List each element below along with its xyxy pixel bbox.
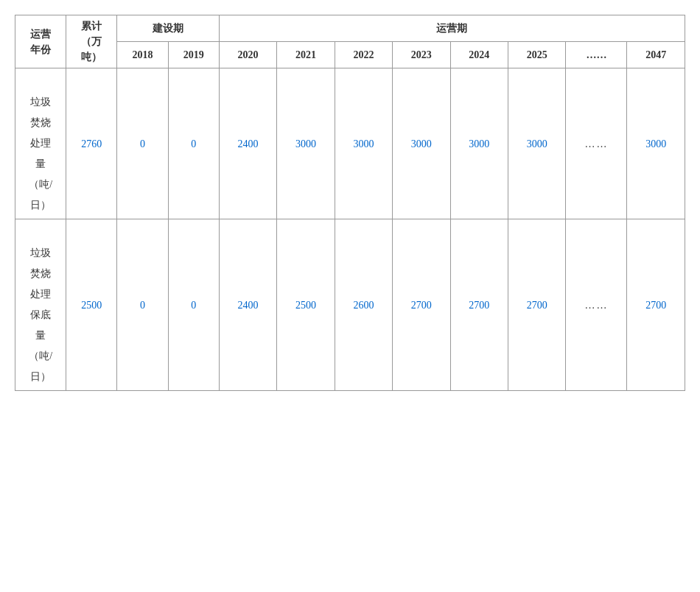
header-2018: 2018 — [117, 42, 168, 68]
row1-ellipsis: …… — [566, 68, 627, 219]
row1-label: 垃圾 焚烧 处理 量 （吨/ 日） — [15, 68, 66, 219]
header-row-1: 运营 年份 累计 （万 吨） 建设期 运营期 — [15, 15, 685, 42]
row1-2023: 3000 — [393, 68, 450, 219]
row1-2025: 3000 — [508, 68, 566, 219]
header-build-period: 建设期 — [117, 15, 219, 42]
data-table: 运营 年份 累计 （万 吨） 建设期 运营期 2018 2019 — [15, 15, 685, 391]
row1-2022: 3000 — [335, 68, 392, 219]
row2-2025: 2700 — [508, 219, 566, 391]
row2-2023: 2700 — [393, 219, 450, 391]
row1-2019: 0 — [168, 68, 219, 219]
row2-2047: 2700 — [627, 219, 685, 391]
row2-2022: 2600 — [335, 219, 392, 391]
row1-2020: 2400 — [219, 68, 276, 219]
row1-total: 2760 — [66, 68, 117, 219]
header-2047: 2047 — [627, 42, 685, 68]
header-2024: 2024 — [450, 42, 508, 68]
header-2023: 2023 — [393, 42, 450, 68]
row2-2020: 2400 — [219, 219, 276, 391]
row2-2021: 2500 — [277, 219, 335, 391]
data-row-2: 垃圾 焚烧 处理 保底 量 （吨/ 日） 2500 0 0 2400 2500 — [15, 219, 685, 391]
header-2021: 2021 — [277, 42, 335, 68]
row2-label: 垃圾 焚烧 处理 保底 量 （吨/ 日） — [15, 219, 66, 391]
header-ellipsis: …… — [566, 42, 627, 68]
header-total: 累计 （万 吨） — [66, 15, 117, 68]
header-2025: 2025 — [508, 42, 566, 68]
row2-total: 2500 — [66, 219, 117, 391]
data-row-1: 垃圾 焚烧 处理 量 （吨/ 日） 2760 0 0 2400 3000 — [15, 68, 685, 219]
row1-2047: 3000 — [627, 68, 685, 219]
main-table-container: 运营 年份 累计 （万 吨） 建设期 运营期 2018 2019 — [15, 15, 685, 391]
header-2022: 2022 — [335, 42, 392, 68]
header-year: 运营 年份 — [15, 15, 66, 68]
header-2020: 2020 — [219, 42, 276, 68]
row2-2019: 0 — [168, 219, 219, 391]
row1-2024: 3000 — [450, 68, 508, 219]
row2-2024: 2700 — [450, 219, 508, 391]
row1-2021: 3000 — [277, 68, 335, 219]
row2-2018: 0 — [117, 219, 168, 391]
row2-ellipsis: …… — [566, 219, 627, 391]
header-op-period: 运营期 — [219, 15, 685, 42]
row1-2018: 0 — [117, 68, 168, 219]
header-2019: 2019 — [168, 42, 219, 68]
